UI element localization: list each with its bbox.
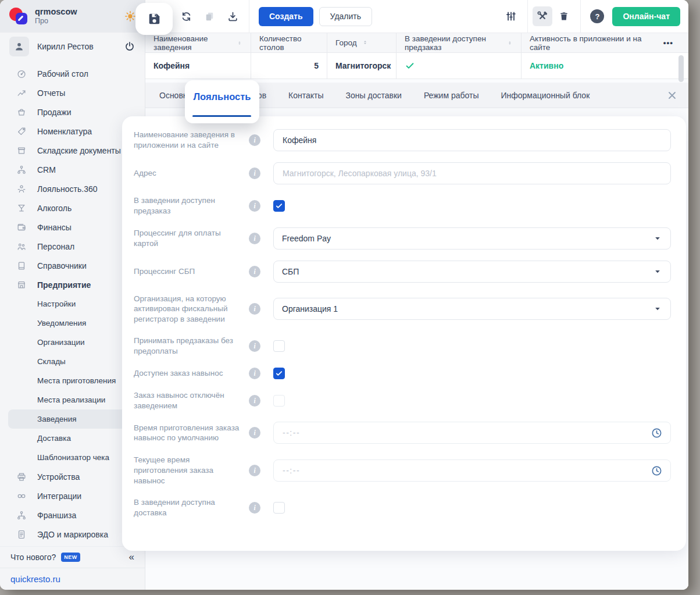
form-row: Наименование заведения в приложении и на… bbox=[134, 129, 671, 151]
venue-form-panel: Наименование заведения в приложении и на… bbox=[122, 116, 686, 551]
toolbar-divider bbox=[580, 0, 581, 33]
info-icon[interactable]: i bbox=[249, 502, 260, 514]
tab-contacts[interactable]: Контакты bbox=[288, 91, 323, 100]
printer-icon bbox=[16, 472, 27, 482]
activity-status-badge: Активно bbox=[522, 53, 688, 79]
brand-name: qrmoscow bbox=[35, 7, 77, 17]
sidebar-item-reports[interactable]: Отчеты bbox=[0, 83, 145, 102]
tab-info-block[interactable]: Информационный блок bbox=[501, 91, 590, 100]
download-button[interactable] bbox=[224, 8, 241, 24]
form-row: Адрес i bbox=[134, 162, 671, 184]
plan-label: Про bbox=[35, 17, 77, 25]
vertical-scrollbar-thumb[interactable] bbox=[678, 55, 684, 82]
takeaway-available-checkbox[interactable] bbox=[273, 368, 285, 379]
close-icon[interactable] bbox=[666, 90, 678, 101]
info-icon[interactable]: i bbox=[249, 395, 260, 407]
column-settings-button[interactable]: ••• bbox=[663, 38, 680, 47]
logout-power-icon[interactable] bbox=[124, 41, 135, 52]
info-icon[interactable]: i bbox=[249, 368, 260, 379]
form-row: Процессинг для оплаты картой i Freedom P… bbox=[134, 227, 671, 250]
reports-icon bbox=[16, 88, 27, 98]
sidebar-item-sales[interactable]: Продажи bbox=[0, 102, 145, 122]
info-icon[interactable]: i bbox=[249, 427, 260, 439]
basket-icon bbox=[16, 107, 27, 117]
tab-loyalty-active[interactable]: Лояльность bbox=[185, 80, 259, 123]
form-row: Процессинг СБП i СБП bbox=[134, 261, 671, 283]
sidebar-footer: Что нового? NEW « quickresto.ru bbox=[0, 546, 145, 590]
city-cell: Магнитогорск bbox=[327, 53, 397, 79]
person-icon bbox=[16, 184, 27, 194]
sbp-processing-select[interactable]: СБП bbox=[273, 261, 671, 283]
form-row: Текущее время приготовления заказа навын… bbox=[134, 455, 671, 486]
fiscal-organization-select[interactable]: Организация 1 bbox=[273, 298, 671, 320]
collapse-sidebar-icon[interactable]: « bbox=[129, 551, 134, 563]
active-tab-underline bbox=[192, 115, 251, 117]
sidebar-item-dashboard[interactable]: Рабочий стол bbox=[0, 64, 145, 83]
copy-button[interactable] bbox=[201, 8, 217, 24]
create-button[interactable]: Создать bbox=[259, 7, 313, 26]
sort-icon[interactable] bbox=[237, 39, 242, 47]
new-badge: NEW bbox=[61, 553, 80, 562]
delivery-available-checkbox[interactable] bbox=[273, 502, 285, 514]
app-logo-icon bbox=[9, 6, 29, 26]
chevron-down-icon bbox=[653, 304, 662, 313]
sort-icon[interactable] bbox=[507, 39, 513, 47]
info-icon[interactable]: i bbox=[249, 134, 260, 146]
tools-button[interactable] bbox=[533, 6, 552, 26]
toolbar-divider bbox=[249, 0, 249, 33]
check-icon bbox=[405, 60, 415, 71]
table-header: Наименование заведения Количество столов… bbox=[145, 33, 688, 53]
wallet-icon bbox=[16, 222, 27, 233]
help-icon[interactable]: ? bbox=[590, 9, 604, 23]
form-row: В заведении доступен предзаказ i bbox=[134, 195, 671, 216]
info-icon[interactable]: i bbox=[249, 266, 260, 277]
preorder-available-checkbox[interactable] bbox=[273, 200, 285, 212]
form-row: Заказ навынос отключён заведением i bbox=[134, 390, 671, 411]
form-row: Принимать предзаказы без предоплаты i bbox=[134, 336, 671, 357]
venue-name-input[interactable] bbox=[273, 129, 671, 151]
takeaway-disabled-checkbox[interactable] bbox=[273, 395, 285, 407]
info-icon[interactable]: i bbox=[249, 168, 260, 179]
default-takeaway-time-input[interactable]: --:-- bbox=[273, 422, 671, 444]
table-row[interactable]: Кофейня 5 Магнитогорск Активно bbox=[145, 53, 688, 79]
dashboard-icon bbox=[16, 69, 27, 79]
trash-button[interactable] bbox=[556, 8, 572, 24]
info-icon[interactable]: i bbox=[249, 233, 260, 244]
save-button[interactable] bbox=[135, 3, 173, 35]
info-icon[interactable]: i bbox=[249, 465, 260, 476]
venue-name-cell: Кофейня bbox=[145, 53, 251, 79]
form-row: Время приготовления заказа навынос по ум… bbox=[134, 422, 671, 444]
site-link[interactable]: quickresto.ru bbox=[0, 568, 145, 590]
avatar bbox=[9, 37, 29, 56]
form-row: Организация, на которую активирован фиск… bbox=[134, 294, 671, 325]
tab-working-hours[interactable]: Режим работы bbox=[424, 91, 479, 100]
user-row[interactable]: Кирилл Рестов bbox=[0, 33, 145, 60]
tag-icon bbox=[16, 126, 27, 137]
theme-sun-icon[interactable] bbox=[124, 10, 137, 23]
save-floppy-icon bbox=[147, 11, 162, 27]
clock-icon bbox=[651, 427, 663, 439]
tab-delivery-zones[interactable]: Зоны доставки bbox=[346, 91, 402, 100]
infinity-icon bbox=[16, 491, 27, 501]
form-row: Доступен заказ навынос i bbox=[134, 368, 671, 379]
document-icon bbox=[16, 529, 27, 540]
preorder-without-prepay-checkbox[interactable] bbox=[273, 340, 285, 352]
whats-new-link[interactable]: Что нового? bbox=[10, 553, 56, 562]
info-icon[interactable]: i bbox=[249, 303, 260, 315]
online-chat-button[interactable]: Онлайн-чат bbox=[612, 7, 680, 26]
clock-icon bbox=[651, 465, 663, 477]
chevron-down-icon bbox=[653, 234, 662, 243]
address-input[interactable] bbox=[273, 162, 671, 184]
user-name: Кирилл Рестов bbox=[37, 42, 94, 51]
sidebar-header: qrmoscow Про bbox=[0, 0, 145, 33]
card-processing-select[interactable]: Freedom Pay bbox=[273, 227, 671, 250]
sort-icon[interactable] bbox=[362, 39, 369, 47]
info-icon[interactable]: i bbox=[249, 200, 260, 212]
refresh-button[interactable] bbox=[178, 8, 194, 24]
info-icon[interactable]: i bbox=[249, 340, 260, 352]
delete-button[interactable]: Удалить bbox=[319, 7, 372, 26]
current-takeaway-time-input[interactable]: --:-- bbox=[273, 459, 671, 482]
chevron-down-icon bbox=[653, 267, 662, 276]
app-window: qrmoscow Про Кирилл Рестов Рабочий стол bbox=[0, 0, 688, 590]
filter-sliders-icon[interactable] bbox=[503, 8, 519, 24]
